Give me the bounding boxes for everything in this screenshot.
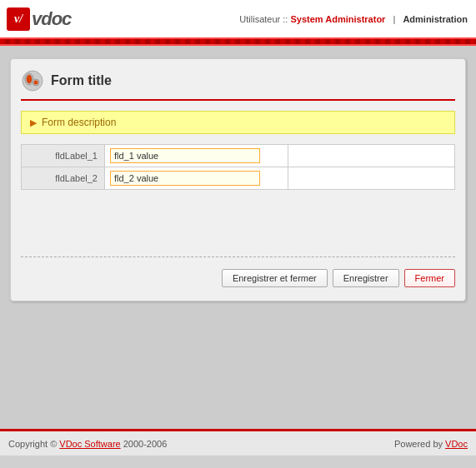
header-right: Utilisateur :: System Administrator | Ad… — [239, 14, 468, 24]
header-separator: | — [393, 14, 395, 24]
field-empty-1 — [288, 145, 455, 167]
user-label: Utilisateur :: — [239, 14, 288, 24]
admin-label: Administration — [403, 14, 468, 24]
copyright-text: Copyright © — [8, 439, 59, 449]
form-title-bar: Form title — [21, 69, 455, 101]
logo-icon-box: v/ — [7, 7, 30, 31]
field-input-1[interactable] — [110, 148, 260, 163]
logo-icon: v/ — [14, 12, 23, 26]
table-row: fldLabel_2 — [22, 167, 455, 190]
company-link[interactable]: VDoc Software — [59, 439, 120, 449]
red-stripe — [0, 37, 476, 46]
close-button[interactable]: Fermer — [404, 269, 455, 287]
form-container: Form title ▶ Form description fldLabel_1… — [10, 58, 466, 301]
field-input-2[interactable] — [110, 171, 260, 186]
logo-area: v/ vdoc — [7, 7, 71, 31]
svg-point-2 — [27, 75, 32, 83]
form-icon — [21, 69, 44, 92]
separator-dotted — [21, 256, 455, 257]
description-bar: ▶ Form description — [21, 111, 455, 134]
field-label-2: fldLabel_2 — [22, 167, 105, 190]
field-value-2 — [105, 167, 288, 190]
field-value-1 — [105, 145, 288, 167]
content-area: Form title ▶ Form description fldLabel_1… — [0, 46, 476, 429]
user-name-link[interactable]: System Administrator — [290, 14, 385, 24]
fields-table: fldLabel_1 fldLabel_2 — [21, 144, 455, 190]
footer-copyright: Copyright © VDoc Software 2000-2006 — [8, 439, 167, 449]
save-button[interactable]: Enregistrer — [333, 269, 399, 287]
description-arrow-icon: ▶ — [30, 117, 37, 128]
footer: Copyright © VDoc Software 2000-2006 Powe… — [0, 429, 476, 456]
description-text: Form description — [42, 117, 116, 128]
field-label-1: fldLabel_1 — [22, 145, 105, 167]
table-row: fldLabel_1 — [22, 145, 455, 167]
powered-text: Powered by — [394, 439, 445, 449]
footer-years: 2000-2006 — [121, 439, 168, 449]
save-close-button[interactable]: Enregistrer et fermer — [222, 269, 328, 287]
powered-brand-link[interactable]: VDoc — [445, 439, 468, 449]
form-title: Form title — [51, 73, 112, 88]
header: v/ vdoc Utilisateur :: System Administra… — [0, 0, 476, 37]
footer-powered: Powered by VDoc — [394, 439, 468, 449]
svg-point-4 — [34, 81, 38, 85]
logo-text: vdoc — [32, 8, 71, 30]
field-empty-2 — [288, 167, 455, 190]
button-bar: Enregistrer et fermer Enregistrer Fermer — [21, 266, 455, 291]
